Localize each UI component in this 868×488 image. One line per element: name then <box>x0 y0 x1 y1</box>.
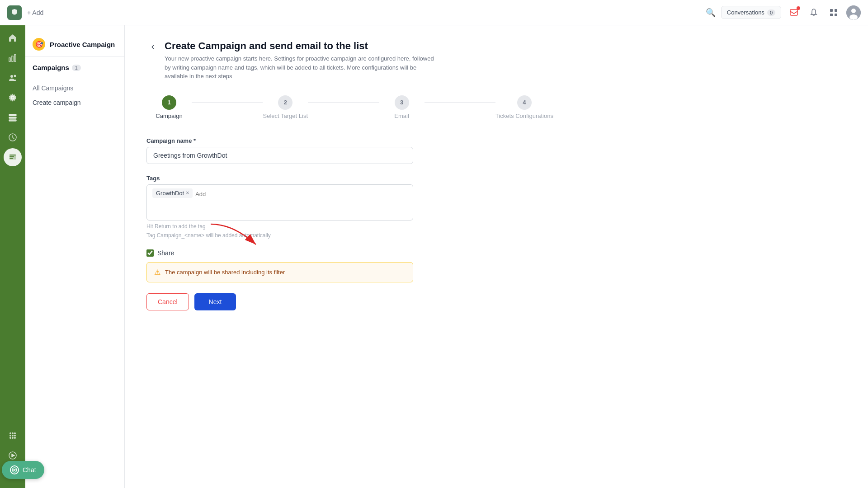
campaign-name-group: Campaign name * <box>146 137 413 164</box>
tag-text: GrowthDot <box>156 190 184 197</box>
tags-hint-auto: Tag Campaign_<name> will be added automa… <box>146 232 413 239</box>
sidebar-link-create-campaign[interactable]: Create campaign <box>25 95 124 110</box>
svg-point-23 <box>14 432 16 434</box>
svg-point-7 <box>849 14 858 20</box>
svg-point-29 <box>14 437 16 439</box>
svg-rect-9 <box>12 56 13 61</box>
svg-rect-0 <box>790 9 797 15</box>
step-4-label: Tickets Configurations <box>495 113 553 119</box>
sidebar-icon-automation[interactable] <box>4 128 22 146</box>
conversations-label: Conversations <box>727 9 764 16</box>
secondary-sidebar: 🎯 Proactive Campaign Campaigns 1 All Cam… <box>25 25 125 488</box>
svg-point-24 <box>9 435 11 436</box>
svg-rect-2 <box>835 9 837 12</box>
tag-add-input[interactable] <box>195 191 271 197</box>
proactive-header: 🎯 Proactive Campaign <box>25 33 124 56</box>
share-warning-box: ⚠ The campaign will be shared including … <box>146 262 413 282</box>
sidebar-icon-settings[interactable] <box>4 89 22 107</box>
content-area: ‹ Create Campaign and send email to the … <box>125 25 868 488</box>
svg-rect-1 <box>830 9 833 12</box>
svg-rect-4 <box>835 14 837 16</box>
main-layout: Chat 🎯 Proactive Campaign Campaigns 1 Al… <box>0 25 868 488</box>
warning-text: The campaign will be shared including it… <box>165 269 285 276</box>
warning-icon: ⚠ <box>154 268 160 277</box>
action-buttons: Cancel Next <box>146 293 846 310</box>
page-subtitle: Your new proactive campaign starts here.… <box>165 54 436 81</box>
tags-box[interactable]: GrowthDot × <box>146 184 413 221</box>
step-1: 1 Campaign <box>146 95 192 119</box>
cancel-button[interactable]: Cancel <box>146 293 189 310</box>
notifications-icon-button[interactable] <box>807 5 821 20</box>
step-3-label: Email <box>394 113 409 119</box>
stepper: 1 Campaign 2 Select Target List 3 Email <box>146 95 553 119</box>
svg-rect-3 <box>830 14 833 16</box>
chat-bubble-icon <box>10 465 19 474</box>
back-button[interactable]: ‹ <box>146 40 159 52</box>
page-title: Create Campaign and send email to the li… <box>165 40 368 52</box>
svg-point-27 <box>9 437 11 439</box>
narrow-sidebar: Chat <box>0 25 25 488</box>
grid-icon-button[interactable] <box>826 5 841 20</box>
svg-point-25 <box>12 435 14 436</box>
step-2-label: Select Target List <box>263 113 308 119</box>
top-navigation: + Add 🔍 Conversations 0 <box>0 0 868 25</box>
search-icon[interactable]: 🔍 <box>706 8 716 18</box>
user-avatar[interactable] <box>846 5 861 20</box>
step-2-circle: 2 <box>278 95 292 110</box>
share-checkbox[interactable] <box>146 249 154 257</box>
tags-group: Tags GrowthDot × Hit Return to add the t… <box>146 175 413 239</box>
svg-point-6 <box>851 9 856 13</box>
svg-point-21 <box>9 432 11 434</box>
step-3-circle: 3 <box>395 95 409 110</box>
step-1-circle: 1 <box>162 95 176 110</box>
svg-point-32 <box>12 468 17 472</box>
next-button[interactable]: Next <box>194 293 236 310</box>
campaign-name-input[interactable] <box>146 147 413 164</box>
add-button[interactable]: + Add <box>27 9 43 16</box>
tag-growthdot: GrowthDot × <box>152 188 193 198</box>
step-line-1 <box>192 102 263 103</box>
svg-rect-20 <box>9 158 13 159</box>
inbox-icon-button[interactable] <box>787 5 801 20</box>
step-1-label: Campaign <box>156 113 182 119</box>
sidebar-icon-contacts[interactable] <box>4 69 22 87</box>
step-2: 2 Select Target List <box>263 95 308 119</box>
tags-label: Tags <box>146 175 413 182</box>
svg-point-26 <box>14 435 16 436</box>
sidebar-divider <box>33 77 117 77</box>
step-4: 4 Tickets Configurations <box>495 95 553 119</box>
app-logo <box>7 5 22 20</box>
chat-button[interactable]: Chat <box>2 461 44 479</box>
svg-rect-14 <box>9 114 16 116</box>
sidebar-icon-home[interactable] <box>4 29 22 47</box>
sidebar-icon-reports[interactable] <box>4 49 22 67</box>
step-line-3 <box>425 102 495 103</box>
svg-point-11 <box>10 75 13 78</box>
chat-label: Chat <box>23 466 36 474</box>
svg-rect-10 <box>14 54 16 61</box>
step-4-circle: 4 <box>517 95 532 110</box>
tags-hint-return: Hit Return to add the tag <box>146 223 413 230</box>
svg-point-28 <box>12 437 14 439</box>
notification-dot <box>797 6 800 10</box>
share-checkbox-row: Share <box>146 249 846 257</box>
step-line-2 <box>308 102 379 103</box>
step-3: 3 Email <box>379 95 425 119</box>
sidebar-icon-apps[interactable] <box>4 427 22 445</box>
share-label[interactable]: Share <box>157 249 174 257</box>
proactive-icon: 🎯 <box>33 38 45 51</box>
sidebar-icon-campaigns[interactable] <box>4 148 22 166</box>
svg-rect-8 <box>9 58 10 61</box>
sidebar-icon-queue[interactable] <box>4 108 22 127</box>
svg-rect-19 <box>9 156 14 157</box>
conversations-button[interactable]: Conversations 0 <box>721 6 781 19</box>
svg-point-12 <box>14 75 16 77</box>
svg-rect-18 <box>9 155 16 155</box>
svg-rect-16 <box>9 120 16 121</box>
campaigns-badge: 1 <box>72 65 81 71</box>
sidebar-link-all-campaigns[interactable]: All Campaigns <box>25 81 124 95</box>
svg-point-22 <box>12 432 14 434</box>
campaign-name-label: Campaign name * <box>146 137 413 144</box>
topnav-right: 🔍 Conversations 0 <box>706 5 861 20</box>
tag-remove-button[interactable]: × <box>186 190 189 196</box>
